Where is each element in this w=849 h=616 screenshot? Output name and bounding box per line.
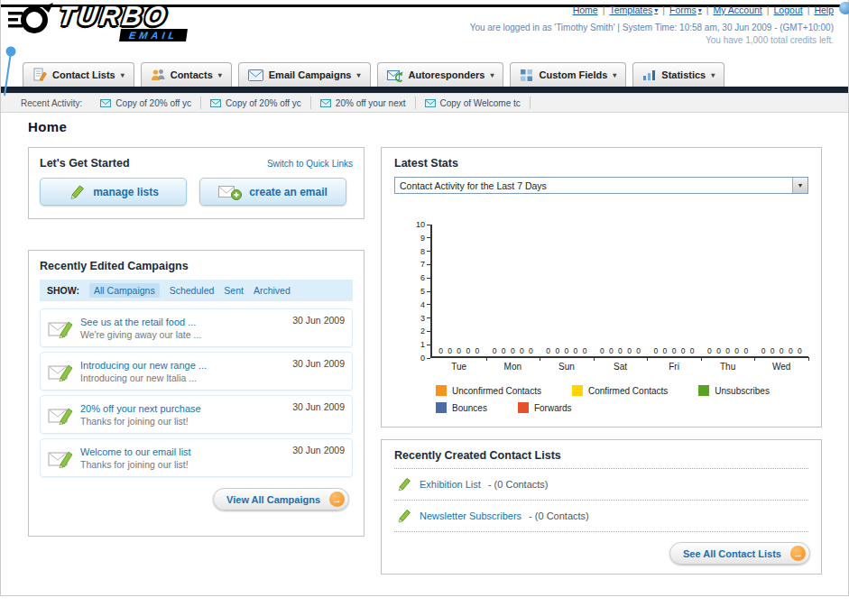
chart-day-group: 0 0 0 0 0Mon xyxy=(486,225,540,356)
header-right: Home | Templates▾ | Forms▾ | My Account … xyxy=(470,5,834,45)
link-separator: | xyxy=(662,5,665,15)
switch-to-quick-links[interactable]: Switch to Quick Links xyxy=(267,159,353,169)
tab-contacts[interactable]: Contacts ▾ xyxy=(141,62,232,87)
login-info: You are logged in as 'Timothy Smith' | S… xyxy=(470,23,834,32)
contact-activity-chart: 109876543210 0 0 0 0 0Tue0 0 0 0 0Mon0 0… xyxy=(409,225,808,358)
campaign-subject: Thanks for joining our list! xyxy=(80,416,201,427)
recent-activity-item[interactable]: 20% off your next xyxy=(311,97,416,109)
legend-item: Forwards xyxy=(518,402,572,413)
tab-label: Contact Lists xyxy=(52,69,115,80)
tab-label: Autoresponders xyxy=(409,69,485,80)
legend-swatch-icon xyxy=(436,402,447,413)
top-link-my-account[interactable]: My Account xyxy=(714,5,762,15)
page-title: Home xyxy=(28,119,67,134)
top-link-help[interactable]: Help xyxy=(814,5,834,15)
campaign-row[interactable]: Welcome to our email listThanks for join… xyxy=(40,438,353,477)
campaign-row[interactable]: See us at the retail food ...We're givin… xyxy=(40,308,353,347)
y-axis-tick: 9 xyxy=(420,234,430,243)
contact-list-row[interactable]: Newsletter Subscribers - (0 Contacts) xyxy=(394,501,808,532)
value-labels: 0 0 0 0 0 xyxy=(486,346,540,355)
envelope-plus-icon xyxy=(218,184,242,200)
email-icon xyxy=(100,99,111,107)
view-all-campaigns-button[interactable]: View All Campaigns → xyxy=(213,488,349,510)
contact-list-row[interactable]: Exhibition List - (0 Contacts) xyxy=(394,469,808,501)
statistics-icon xyxy=(642,69,656,81)
y-axis-tick: 0 xyxy=(420,354,430,363)
chart-day-group: 0 0 0 0 0Tue xyxy=(432,225,486,356)
email-icon xyxy=(210,99,221,107)
y-axis-tick: 4 xyxy=(420,300,430,309)
tab-autoresponders[interactable]: Autoresponders ▾ xyxy=(377,62,504,87)
show-label: SHOW: xyxy=(47,285,79,296)
campaign-link[interactable]: Introducing our new range ... xyxy=(80,360,207,371)
legend-swatch-icon xyxy=(436,385,447,396)
campaign-edit-icon xyxy=(48,318,73,338)
tab-email-campaigns[interactable]: Email Campaigns ▾ xyxy=(238,62,371,87)
chart-day-group: 0 0 0 0 0Fri xyxy=(647,225,701,356)
chart-day-group: 0 0 0 0 0Sun xyxy=(540,225,594,356)
x-axis-label: Mon xyxy=(486,362,540,372)
campaign-link[interactable]: 20% off your next purchase xyxy=(80,403,201,414)
tab-label: Email Campaigns xyxy=(269,69,352,80)
dropdown-arrow-icon: ▾ xyxy=(121,71,125,79)
go-arrow-icon: → xyxy=(790,546,806,561)
recent-activity-item[interactable]: Copy of 20% off yc xyxy=(91,97,201,109)
chart-day-group: 0 0 0 0 0Wed xyxy=(754,225,808,356)
campaign-row[interactable]: 20% off your next purchaseThanks for joi… xyxy=(40,395,353,434)
campaign-edit-icon xyxy=(48,448,73,468)
filter-sent[interactable]: Sent xyxy=(224,285,244,296)
recent-activity-item[interactable]: Copy of Welcome tc xyxy=(416,97,531,109)
turbo-email-logo[interactable]: TURBO EMAIL xyxy=(8,1,187,44)
y-axis-tick: 3 xyxy=(420,314,430,323)
manage-lists-button[interactable]: manage lists xyxy=(40,178,187,206)
link-separator: | xyxy=(603,5,605,15)
tab-label: Custom Fields xyxy=(539,69,607,80)
contacts-icon xyxy=(151,68,165,82)
see-all-contact-lists-button[interactable]: See All Contact Lists → xyxy=(669,542,810,565)
tab-custom-fields[interactable]: Custom Fields ▾ xyxy=(510,62,626,87)
select-arrow-icon: ▼ xyxy=(792,178,807,193)
legend-item: Confirmed Contacts xyxy=(572,385,668,396)
logo-turbo-text: TURBO xyxy=(53,1,189,30)
filter-scheduled[interactable]: Scheduled xyxy=(170,285,215,296)
recent-activity-item[interactable]: Copy of 20% off yc xyxy=(201,97,311,109)
email-campaigns-icon xyxy=(248,69,263,81)
stats-period-select[interactable]: Contact Activity for the Last 7 Days ▼ xyxy=(394,177,808,194)
chart-day-group: 0 0 0 0 0Thu xyxy=(701,225,755,356)
dropdown-arrow-icon: ▾ xyxy=(490,71,494,79)
recent-activity-bar: Recent Activity: Copy of 20% off yc Copy… xyxy=(1,93,848,113)
filter-all-campaigns[interactable]: All Campaigns xyxy=(89,283,160,298)
y-axis-tick: 7 xyxy=(420,260,430,269)
campaign-row[interactable]: Introducing our new range ...Introducing… xyxy=(40,352,353,391)
x-axis-label: Sat xyxy=(594,362,648,372)
top-link-forms[interactable]: Forms▾ xyxy=(669,5,702,15)
campaign-edit-icon xyxy=(48,405,73,425)
x-axis-label: Wed xyxy=(754,362,808,372)
top-link-home[interactable]: Home xyxy=(573,5,598,15)
contact-lists-title: Recently Created Contact Lists xyxy=(394,449,561,462)
nav-tabs: Contact Lists ▾ Contacts ▾ Email Campaig… xyxy=(1,60,848,87)
y-axis-tick: 2 xyxy=(420,326,430,336)
legend-row-2: BouncesForwards xyxy=(436,402,808,413)
tab-contact-lists[interactable]: Contact Lists ▾ xyxy=(23,62,134,87)
campaign-edit-icon xyxy=(48,362,73,382)
app-page: TURBO EMAIL Home | Templates▾ | Forms▾ |… xyxy=(0,0,849,596)
filter-archived[interactable]: Archived xyxy=(254,285,291,296)
top-link-templates[interactable]: Templates▾ xyxy=(609,5,658,15)
contact-list-link[interactable]: Newsletter Subscribers xyxy=(420,510,521,521)
value-labels: 0 0 0 0 0 xyxy=(594,346,648,355)
legend-item: Unconfirmed Contacts xyxy=(436,385,541,396)
contact-list-link[interactable]: Exhibition List xyxy=(420,479,481,490)
email-icon xyxy=(320,99,331,107)
dropdown-arrow-icon: ▾ xyxy=(698,6,702,14)
recent-contact-lists-panel: Recently Created Contact Lists Exhibitio… xyxy=(381,439,822,575)
top-link-logout[interactable]: Logout xyxy=(774,5,803,15)
tab-statistics[interactable]: Statistics ▾ xyxy=(632,62,724,87)
latest-stats-panel: Latest Stats Contact Activity for the La… xyxy=(381,147,822,428)
dropdown-arrow-icon: ▾ xyxy=(218,71,222,79)
create-email-button[interactable]: create an email xyxy=(199,178,346,206)
campaign-link[interactable]: Welcome to our email list xyxy=(80,446,191,457)
pencil-icon xyxy=(396,477,412,492)
campaign-link[interactable]: See us at the retail food ... xyxy=(80,317,201,327)
corner-blue-dot xyxy=(839,2,849,14)
